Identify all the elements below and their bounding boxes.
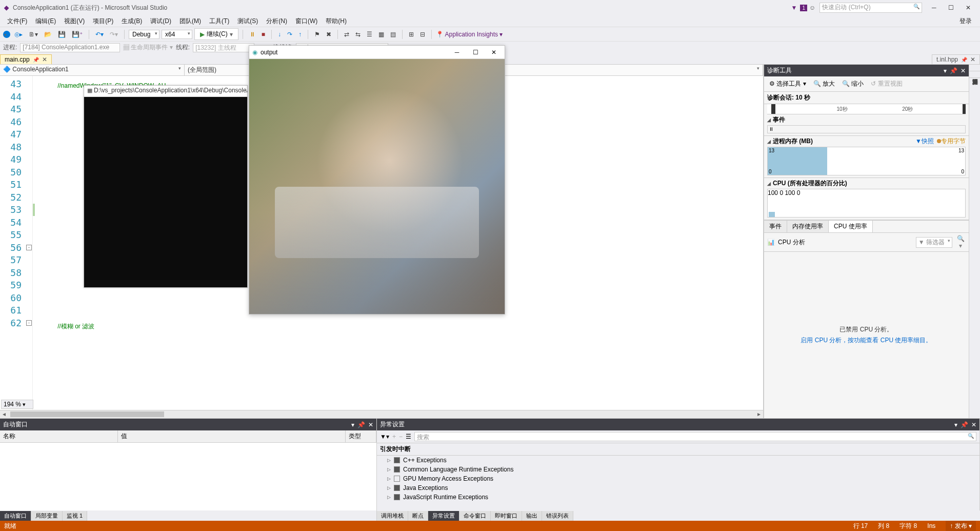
minimize-button[interactable]: ─: [926, 4, 942, 11]
scope-dropdown[interactable]: 🔷 ConsoleApplication1: [0, 65, 185, 75]
close-icon[interactable]: ✕: [368, 421, 373, 428]
menu-analyze[interactable]: 分析(N): [262, 17, 291, 26]
checkbox[interactable]: [394, 494, 400, 500]
pin-icon[interactable]: 📌: [961, 57, 967, 63]
toolbar-icon[interactable]: ▤: [388, 30, 398, 39]
undo-button[interactable]: ↶▾: [93, 30, 106, 39]
step-over-button[interactable]: ↷: [285, 30, 294, 39]
toolbar-icon[interactable]: ⊞: [407, 30, 416, 39]
enable-cpu-link[interactable]: 启用 CPU 分析，按功能查看 CPU 使用率细目。: [801, 336, 932, 345]
menu-project[interactable]: 项目(P): [89, 17, 117, 26]
menu-tools[interactable]: 工具(T): [205, 17, 233, 26]
exception-item[interactable]: ▷Java Exceptions: [377, 483, 979, 493]
break-all-button[interactable]: ⏸: [247, 30, 257, 39]
toolbar-icon[interactable]: ▦: [376, 30, 386, 39]
tab-breakpoints[interactable]: 断点: [408, 511, 428, 521]
filter-icon[interactable]: ▼▾: [380, 433, 389, 440]
menu-test[interactable]: 测试(S): [233, 17, 262, 26]
notification-badge[interactable]: 1: [800, 5, 807, 11]
toolbar-icon[interactable]: ✖: [324, 30, 333, 39]
close-icon[interactable]: ✕: [971, 421, 976, 428]
close-icon[interactable]: ✕: [486, 49, 502, 56]
menu-edit[interactable]: 编辑(E): [31, 17, 60, 26]
platform-combo[interactable]: x64: [162, 30, 192, 39]
timeline[interactable]: 10秒 20秒: [767, 104, 966, 114]
step-into-button[interactable]: ↓: [276, 30, 283, 39]
zoom-control[interactable]: 194 % ▾: [1, 400, 33, 409]
nav-back-button[interactable]: [3, 31, 10, 38]
zoom-in-button[interactable]: 🔍 放大: [811, 78, 837, 89]
thread-combo[interactable]: [13232] 主线程: [193, 43, 254, 52]
expand-icon[interactable]: ▷: [387, 467, 391, 472]
expand-icon[interactable]: ▷: [387, 458, 391, 463]
console-window[interactable]: ▦ D:\vs_projects\ConsoleApplication1\x64…: [84, 85, 248, 288]
dropdown-icon[interactable]: ▾: [944, 67, 947, 74]
menu-build[interactable]: 生成(B): [117, 17, 146, 26]
expand-icon[interactable]: ▷: [387, 476, 391, 481]
cpu-header[interactable]: CPU (所有处理器的百分比): [773, 179, 847, 188]
col-name[interactable]: 名称: [0, 430, 118, 442]
redo-button[interactable]: ↷▾: [108, 30, 120, 39]
exception-item[interactable]: ▷C++ Exceptions: [377, 456, 979, 465]
side-tab[interactable]: 服务器资源管理器: [969, 65, 980, 71]
close-button[interactable]: ✕: [961, 4, 976, 11]
toolbar-icon[interactable]: ☰: [365, 30, 374, 39]
nav-forward-button[interactable]: ◎▸: [12, 30, 25, 39]
new-project-button[interactable]: 🗎▾: [27, 30, 40, 39]
checkbox[interactable]: [394, 476, 400, 482]
scroll-thumb[interactable]: [10, 411, 164, 417]
toolbar-icon[interactable]: ⚑: [312, 30, 322, 39]
save-all-button[interactable]: 💾⁺: [70, 30, 85, 39]
diag-tab-memory[interactable]: 内存使用率: [787, 221, 829, 232]
autos-title-bar[interactable]: 自动窗口 ▾ 📌 ✕: [0, 419, 376, 430]
exception-item[interactable]: ▷JavaScript Runtime Exceptions: [377, 493, 979, 502]
tab-locals[interactable]: 局部变量: [31, 511, 63, 521]
process-combo[interactable]: [7184] ConsoleApplication1.exe: [20, 43, 120, 52]
editor-h-scrollbar[interactable]: ◂ ▸: [0, 410, 763, 418]
maximize-icon[interactable]: ☐: [468, 49, 483, 56]
checkbox[interactable]: [394, 457, 400, 463]
checkbox[interactable]: [394, 485, 400, 491]
tab-callstack[interactable]: 调用堆栈: [377, 511, 408, 521]
side-tab[interactable]: 解决方案资源管理器: [969, 71, 980, 78]
tab-watch[interactable]: 监视 1: [63, 511, 87, 521]
fold-margin[interactable]: --: [26, 76, 33, 410]
minimize-icon[interactable]: ─: [449, 49, 465, 56]
diag-tab-cpu[interactable]: CPU 使用率: [829, 221, 873, 232]
list-icon[interactable]: ☰: [406, 433, 411, 440]
events-header[interactable]: 事件: [773, 115, 785, 124]
select-tools-button[interactable]: ⚙ 选择工具 ▾: [767, 78, 808, 89]
pin-icon[interactable]: 📌: [357, 421, 365, 428]
close-icon[interactable]: ✕: [961, 67, 966, 74]
diag-tab-events[interactable]: 事件: [764, 221, 787, 232]
step-out-button[interactable]: ↑: [296, 30, 304, 39]
tab-inl-hpp[interactable]: t.inl.hpp 📌 ✕: [932, 54, 980, 64]
maximize-button[interactable]: ☐: [944, 4, 959, 11]
pin-icon[interactable]: 📌: [33, 57, 39, 63]
tab-exception-settings[interactable]: 异常设置: [428, 511, 459, 521]
publish-button[interactable]: ↑ 发布 ▾: [946, 521, 976, 532]
exception-item[interactable]: ▷GPU Memory Access Exceptions: [377, 474, 979, 483]
continue-button[interactable]: ▶继续(C)▾: [194, 28, 238, 40]
tab-errors[interactable]: 错误列表: [542, 511, 573, 521]
filter-dropdown[interactable]: ▼ 筛选器: [916, 237, 952, 248]
timeline-cursor[interactable]: [771, 104, 775, 114]
exception-item[interactable]: ▷Common Language Runtime Exceptions: [377, 465, 979, 474]
toolbar-icon[interactable]: ⊟: [418, 30, 427, 39]
tab-autos[interactable]: 自动窗口: [0, 511, 31, 521]
feedback-icon[interactable]: ☺: [809, 4, 815, 11]
cpu-analysis-icon[interactable]: 📊: [767, 239, 775, 246]
pin-icon[interactable]: 📌: [950, 67, 957, 74]
menu-window[interactable]: 窗口(W): [291, 17, 322, 26]
app-insights-button[interactable]: 📍 Application Insights ▾: [436, 31, 503, 38]
scroll-left-icon[interactable]: ◂: [0, 410, 8, 419]
notification-flag-icon[interactable]: ▼: [791, 4, 797, 11]
pin-icon[interactable]: 📌: [961, 421, 968, 428]
col-type[interactable]: 类型: [346, 430, 376, 442]
zoom-out-button[interactable]: 🔍 缩小: [840, 78, 866, 89]
diagnostics-title-bar[interactable]: 诊断工具 ▾ 📌 ✕: [764, 65, 969, 76]
expand-icon[interactable]: ▷: [387, 495, 391, 500]
remove-icon[interactable]: −: [399, 433, 403, 440]
toolbar-icon[interactable]: ⇄: [342, 30, 351, 39]
memory-header[interactable]: 进程内存 (MB): [773, 137, 813, 146]
